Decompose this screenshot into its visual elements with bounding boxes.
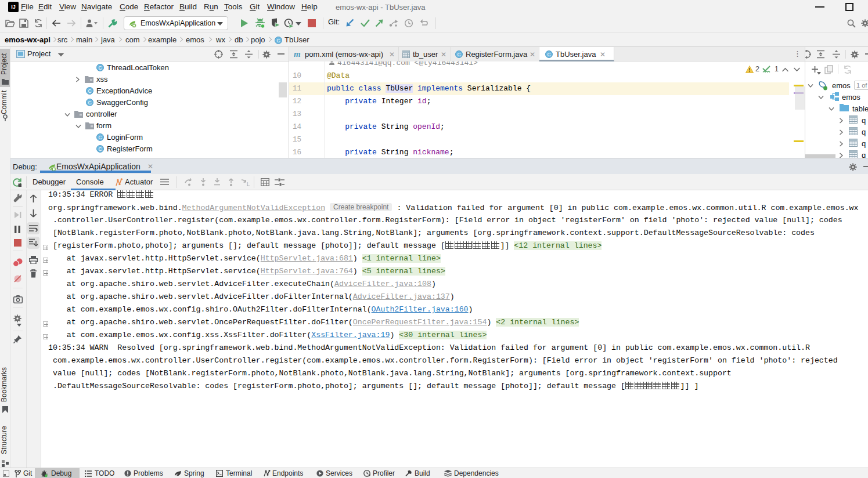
svg-text:C: C [276, 38, 280, 44]
svg-text:m: m [294, 50, 301, 59]
svg-text:C: C [547, 52, 550, 57]
svg-text:I: I [247, 181, 248, 186]
svg-text:C: C [457, 52, 460, 57]
